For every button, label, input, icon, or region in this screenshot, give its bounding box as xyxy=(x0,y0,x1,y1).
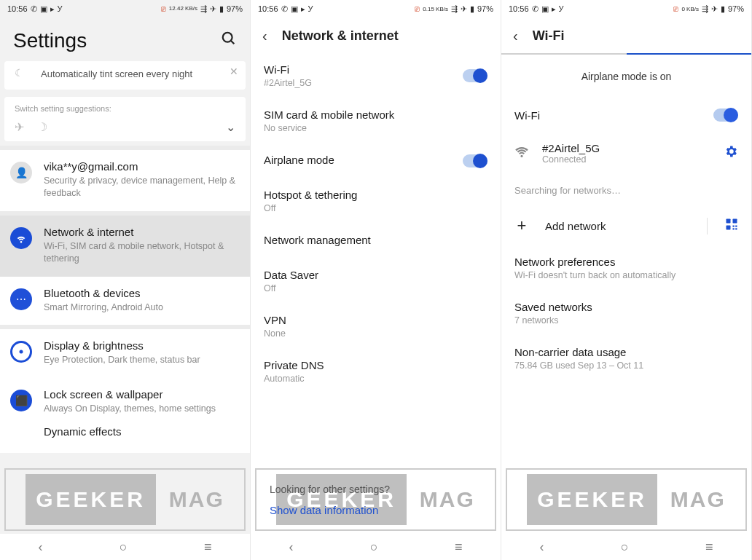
airplane-item[interactable]: Airplane mode xyxy=(251,143,501,178)
night-light-card[interactable]: ☾ Automatically tint screen every night … xyxy=(4,61,246,90)
add-network-row[interactable]: + Add network xyxy=(501,206,751,245)
watermark: Looking for other settings? Show data in… xyxy=(255,468,496,531)
back-button[interactable]: ‹ xyxy=(289,540,294,555)
recent-button[interactable]: ≡ xyxy=(705,540,713,555)
sim-item[interactable]: SIM card & mobile networkNo service xyxy=(251,98,501,143)
wifi-item[interactable]: Wi-Fi#2Airtel_5G xyxy=(251,53,501,98)
svg-point-2 xyxy=(20,350,23,354)
account-title: vika**y@gmail.com xyxy=(44,160,240,173)
watermark: GEEKER MAG xyxy=(4,468,246,531)
hotspot-label: Hotspot & tethering xyxy=(264,189,357,201)
y-icon: У xyxy=(58,5,63,13)
saved-networks-item[interactable]: Saved networks 7 networks xyxy=(501,291,751,336)
connected-network-row[interactable]: #2Airtel_5G Connected xyxy=(501,132,751,175)
plus-icon: + xyxy=(514,216,529,235)
tab-indicator xyxy=(501,53,751,55)
display-item[interactable]: Display & brightness Eye Protection, Dar… xyxy=(0,329,250,378)
add-network-label: Add network xyxy=(545,220,606,232)
wifi-toggle[interactable] xyxy=(463,69,487,82)
searching-text: Searching for networks… xyxy=(501,175,751,206)
dynamic-effects-item[interactable]: Dynamic effects xyxy=(0,421,250,453)
account-item[interactable]: 👤 vika**y@gmail.com Security & privacy, … xyxy=(0,150,250,211)
clock: 10:56 xyxy=(509,4,529,13)
more-icon: ⋯ xyxy=(10,288,32,310)
sim-label: SIM card & mobile network xyxy=(264,109,394,121)
clock: 10:56 xyxy=(258,4,278,13)
home-button[interactable]: ○ xyxy=(120,540,128,555)
account-sub: Security & privacy, device management, H… xyxy=(44,175,240,200)
page-title: Settings xyxy=(13,29,87,52)
nav-bar: ‹ ○ ≡ xyxy=(0,534,250,560)
recent-button[interactable]: ≡ xyxy=(204,540,212,555)
lock-sub: Always On Display, themes, home settings xyxy=(44,403,240,415)
network-sub: Wi-Fi, SIM card & mobile network, Hotspo… xyxy=(44,240,240,265)
airplane-icon[interactable]: ✈ xyxy=(15,120,24,134)
dns-item[interactable]: Private DNSAutomatic xyxy=(251,349,501,394)
display-sub: Eye Protection, Dark theme, status bar xyxy=(44,354,240,366)
whatsapp-icon: ✆ xyxy=(281,5,288,13)
dynamic-title: Dynamic effects xyxy=(44,425,240,438)
play-icon: ▸ xyxy=(552,5,556,13)
suggestions-label: Switch setting suggestions: xyxy=(15,104,235,113)
svg-rect-9 xyxy=(735,228,737,229)
home-button[interactable]: ○ xyxy=(370,540,378,555)
back-button[interactable]: ‹ xyxy=(39,540,43,555)
datasaver-sub: Off xyxy=(264,283,318,293)
nav-bar: ‹ ○ ≡ xyxy=(501,534,751,560)
cast-icon: ⎚ xyxy=(415,5,420,13)
page-title: Network & internet xyxy=(282,28,399,44)
close-icon[interactable]: ✕ xyxy=(230,66,238,77)
qr-icon[interactable] xyxy=(707,218,738,234)
battery-pct: 97% xyxy=(728,4,744,13)
play-icon: ▸ xyxy=(301,5,305,13)
nav-bar: ‹ ○ ≡ xyxy=(251,534,501,560)
looking-text: Looking for other settings? xyxy=(270,484,501,495)
moon-icon[interactable]: ☽ xyxy=(37,120,47,134)
search-icon[interactable] xyxy=(221,31,237,51)
sim-sub: No service xyxy=(264,123,394,133)
back-button[interactable]: ‹ xyxy=(540,540,544,555)
lock-screen-item[interactable]: ⬛ Lock screen & wallpaper Always On Disp… xyxy=(0,378,250,421)
wifi-master-label: Wi-Fi xyxy=(514,109,540,122)
dns-sub: Automatic xyxy=(264,374,324,384)
wifi-icon: ⇶ xyxy=(702,5,708,13)
saved-title: Saved networks xyxy=(514,301,738,313)
display-title: Display & brightness xyxy=(44,339,240,352)
network-preferences-item[interactable]: Network preferences Wi-Fi doesn't turn b… xyxy=(501,245,751,291)
datasaver-item[interactable]: Data SaverOff xyxy=(251,259,501,304)
prefs-title: Network preferences xyxy=(514,256,738,268)
wifi-master-toggle[interactable] xyxy=(713,109,738,122)
back-icon[interactable]: ‹ xyxy=(513,28,518,44)
svg-rect-3 xyxy=(726,218,731,223)
svg-rect-8 xyxy=(733,228,735,229)
svg-line-1 xyxy=(231,41,235,44)
show-data-link[interactable]: Show data information xyxy=(270,504,501,516)
gear-icon[interactable] xyxy=(724,144,738,162)
datasaver-label: Data Saver xyxy=(264,269,318,281)
watermark-geeker: GEEKER xyxy=(527,474,657,525)
wifi-icon xyxy=(10,227,32,249)
hotspot-item[interactable]: Hotspot & tetheringOff xyxy=(251,178,501,224)
net-speed: 12.42 KB/s xyxy=(169,6,197,12)
network-item[interactable]: Network & internet Wi-Fi, SIM card & mob… xyxy=(0,216,250,277)
home-button[interactable]: ○ xyxy=(621,540,629,555)
prefs-sub: Wi-Fi doesn't turn back on automatically xyxy=(514,270,738,280)
suggestions-card: Switch setting suggestions: ✈ ☽ ⌄ xyxy=(4,97,246,141)
vpn-sub: None xyxy=(264,328,286,339)
back-icon[interactable]: ‹ xyxy=(262,28,267,44)
data-usage-item[interactable]: Non-carrier data usage 75.84 GB used Sep… xyxy=(501,336,751,381)
vpn-item[interactable]: VPNNone xyxy=(251,304,501,349)
battery-pct: 97% xyxy=(227,4,243,13)
recent-button[interactable]: ≡ xyxy=(455,540,463,555)
network-status: Connected xyxy=(542,154,600,165)
svg-rect-6 xyxy=(733,225,735,226)
app-icon: ▣ xyxy=(541,5,549,13)
airplane-icon: ✈ xyxy=(210,5,216,13)
wifi-master-toggle-row[interactable]: Wi-Fi xyxy=(501,98,751,132)
netmgmt-item[interactable]: Network management xyxy=(251,224,501,259)
play-icon: ▸ xyxy=(50,5,55,13)
airplane-toggle[interactable] xyxy=(463,154,487,167)
y-icon: У xyxy=(559,5,564,13)
chevron-down-icon[interactable]: ⌄ xyxy=(226,120,235,134)
bluetooth-item[interactable]: ⋯ Bluetooth & devices Smart Mirroring, A… xyxy=(0,277,250,326)
